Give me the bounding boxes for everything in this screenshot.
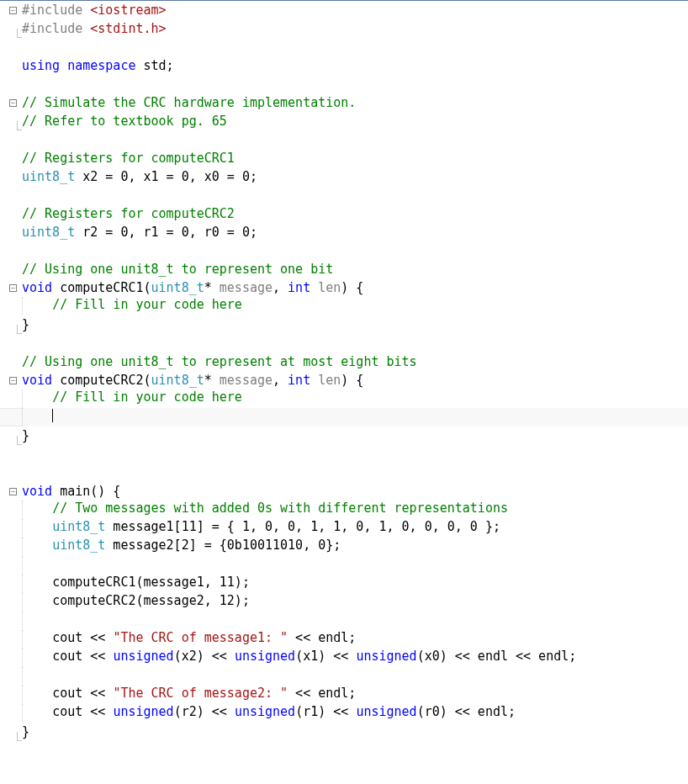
text: message1[11] = { 1, 0, 0, 1, 1, 0, 1, 0,… [105, 519, 500, 534]
include-header: <iostream> [82, 3, 166, 18]
code-line[interactable] [0, 464, 688, 482]
code-line[interactable]: #include <stdint.h> [0, 19, 688, 38]
code-line[interactable]: } [0, 426, 688, 445]
fold-minus-icon[interactable]: − [9, 377, 17, 384]
fold-minus-icon[interactable]: − [9, 99, 17, 107]
keyword: int [288, 373, 310, 388]
code-line[interactable]: // Using one unit8_t to represent at mos… [0, 352, 688, 371]
keyword: void [22, 484, 52, 499]
function: main() { [52, 484, 120, 499]
code-line[interactable]: } [0, 315, 688, 334]
code-line[interactable]: // Fill in your code here [0, 389, 688, 408]
comment: // Registers for computeCRC2 [22, 206, 235, 221]
code-line[interactable]: // Two messages with added 0s with diffe… [0, 501, 688, 519]
keyword: using [22, 58, 60, 73]
text: computeCRC1(message1, 11); [52, 575, 250, 590]
code-line[interactable]: using namespace std; [0, 56, 688, 75]
comment: // Two messages with added 0s with diffe… [52, 501, 508, 516]
comment: // Fill in your code here [52, 389, 242, 405]
string: "The CRC of message1: " [113, 630, 288, 645]
preprocessor: #include [22, 21, 82, 36]
code-line[interactable] [0, 75, 688, 93]
code-line[interactable]: // Registers for computeCRC1 [0, 149, 688, 167]
type: uint8_t [22, 225, 75, 240]
fold-minus-icon[interactable]: − [9, 284, 17, 292]
code-line[interactable]: cout << unsigned(x2) << unsigned(x1) << … [0, 649, 688, 667]
param: message [220, 373, 273, 388]
comment: // Simulate the CRC hardware implementat… [22, 95, 356, 110]
fold-minus-icon[interactable]: − [9, 488, 17, 495]
keyword: void [22, 280, 52, 295]
code-line[interactable]: − // Simulate the CRC hardware implement… [0, 93, 688, 112]
code-line[interactable] [0, 556, 688, 575]
type: uint8_t [52, 519, 105, 534]
keyword: int [288, 280, 310, 295]
comment: // Using one unit8_t to represent at mos… [22, 354, 417, 369]
code-line[interactable]: − void computeCRC2(uint8_t* message, int… [0, 371, 688, 389]
comment: // Refer to textbook pg. 65 [22, 114, 227, 129]
brace: } [22, 428, 29, 443]
brace: } [22, 724, 29, 739]
code-line[interactable]: − void main() { [0, 482, 688, 501]
text: x2 = 0, x1 = 0, x0 = 0; [75, 169, 257, 184]
code-line[interactable] [0, 38, 688, 56]
code-line[interactable] [0, 186, 688, 204]
text-cursor [52, 409, 53, 422]
code-line[interactable]: cout << "The CRC of message1: " << endl; [0, 630, 688, 649]
code-line[interactable] [0, 241, 688, 260]
brace: } [22, 317, 29, 332]
code-line[interactable]: uint8_t message1[11] = { 1, 0, 0, 1, 1, … [0, 519, 688, 538]
param: len [318, 280, 341, 295]
fold-minus-icon[interactable]: − [9, 7, 17, 14]
code-line[interactable]: // Fill in your code here [0, 297, 688, 315]
code-line[interactable]: uint8_t r2 = 0, r1 = 0, r0 = 0; [0, 223, 688, 241]
type: uint8_t [52, 538, 105, 553]
code-line[interactable] [0, 667, 688, 686]
keyword: void [22, 373, 52, 388]
string: "The CRC of message2: " [113, 686, 288, 701]
function: computeCRC1( [52, 280, 151, 295]
param: len [318, 373, 341, 388]
comment: // Registers for computeCRC1 [22, 151, 235, 166]
text: r2 = 0, r1 = 0, r0 = 0; [75, 225, 257, 240]
comment: // Fill in your code here [52, 297, 242, 312]
comment: // Using one unit8_t to represent one bi… [22, 262, 333, 277]
code-line[interactable]: computeCRC2(message2, 12); [0, 593, 688, 612]
code-editor[interactable]: − #include <iostream> #include <stdint.h… [0, 0, 688, 741]
preprocessor: #include [22, 3, 82, 18]
keyword: namespace [60, 58, 135, 73]
code-line[interactable]: // Refer to textbook pg. 65 [0, 112, 688, 130]
code-line[interactable]: uint8_t x2 = 0, x1 = 0, x0 = 0; [0, 167, 688, 186]
code-line-current[interactable] [0, 408, 688, 426]
text: std; [135, 58, 173, 73]
code-line[interactable]: − #include <iostream> [0, 1, 688, 19]
type: uint8_t [22, 169, 75, 184]
code-line[interactable]: cout << unsigned(r2) << unsigned(r1) << … [0, 704, 688, 723]
code-line[interactable]: computeCRC1(message1, 11); [0, 575, 688, 593]
code-line[interactable]: } [0, 723, 688, 741]
param: message [220, 280, 273, 295]
text: computeCRC2(message2, 12); [52, 593, 250, 608]
include-header: <stdint.h> [82, 21, 166, 36]
code-line[interactable]: // Using one unit8_t to represent one bi… [0, 260, 688, 278]
code-line[interactable] [0, 334, 688, 352]
function: computeCRC2( [52, 373, 151, 388]
code-line[interactable] [0, 445, 688, 464]
code-line[interactable]: uint8_t message2[2] = {0b10011010, 0}; [0, 538, 688, 556]
code-line[interactable]: − void computeCRC1(uint8_t* message, int… [0, 278, 688, 297]
type: uint8_t [151, 373, 204, 388]
type: uint8_t [151, 280, 204, 295]
code-line[interactable]: // Registers for computeCRC2 [0, 204, 688, 223]
code-line[interactable] [0, 612, 688, 630]
code-line[interactable]: cout << "The CRC of message2: " << endl; [0, 686, 688, 704]
code-line[interactable] [0, 130, 688, 149]
text: message2[2] = {0b10011010, 0}; [105, 538, 341, 553]
